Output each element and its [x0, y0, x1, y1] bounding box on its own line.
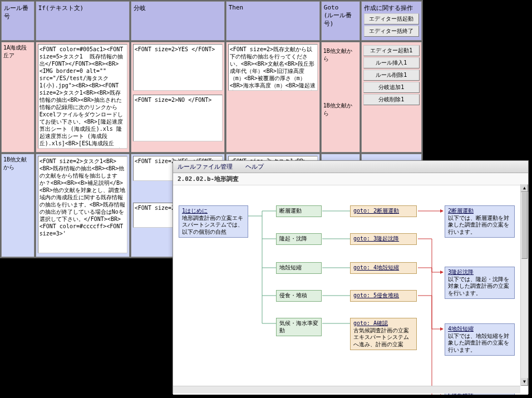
col-ops: 作成に関する操作 エディター括起動 エディター括終了: [361, 1, 422, 41]
editor-start-button[interactable]: エディター起動1: [363, 45, 420, 56]
node-branch[interactable]: 地殻短縮: [276, 262, 322, 274]
rule-insert-button[interactable]: ルール挿入1: [363, 57, 420, 68]
node-goto[interactable]: goto: A確認古気候調査計画の立案エキスパートシステムへ進み、計画の立案: [350, 318, 417, 350]
node-goto[interactable]: goto: 2断層運動: [350, 205, 417, 217]
node-result[interactable]: 3隆起沈降以下では、隆起・沈降を対象した調査計画の立案を行います。: [445, 267, 515, 299]
scroll-thumb[interactable]: [521, 192, 528, 259]
table-row: 1A海成段丘ア 1B他文献から 1B他文献から エディター起動1 ルール挿入1 …: [1, 42, 422, 153]
node-title[interactable]: 1はじめに: [182, 208, 245, 215]
branch-yes-input[interactable]: [133, 44, 223, 91]
col-branch: 分岐: [131, 1, 225, 41]
editor-batch-start-button[interactable]: エディター括起動: [364, 13, 419, 24]
branch-del-button[interactable]: 分岐削除1: [363, 94, 420, 105]
node-goto[interactable]: goto: 3隆起沈降: [350, 233, 417, 245]
col-if: If(テキスト文): [36, 1, 130, 41]
if-text-input[interactable]: [38, 156, 127, 253]
node-branch[interactable]: 断層運動: [276, 205, 322, 217]
scroll-down-icon[interactable]: ▼: [521, 378, 528, 386]
node-goto[interactable]: goto: 5侵食堆積: [350, 290, 417, 302]
node-result[interactable]: 2断層運動以下では、断層運動を対象した調査計画の立案を行います。: [445, 205, 515, 238]
col-then: Then: [226, 1, 320, 41]
node-text: 地形調査計画の立案エキスパートシステムでは、以下の個別の自然: [182, 215, 243, 235]
node-branch[interactable]: 気候・海水準変動: [276, 318, 322, 336]
branch-no-input[interactable]: [133, 95, 223, 141]
horizontal-scrollbar[interactable]: [173, 386, 520, 394]
rule-delete-button[interactable]: ルール削除1: [363, 70, 420, 81]
flowchart-window: ルールファイル管理 ヘルプ 2.02.02.b-地形調査: [173, 160, 529, 394]
menu-file[interactable]: ルールファイル管理: [178, 163, 233, 170]
goto-label: 1B他文献から: [323, 102, 358, 117]
node-branch[interactable]: 隆起・沈降: [276, 233, 322, 245]
editor-batch-end-button[interactable]: エディター括終了: [364, 26, 419, 37]
rule-no-cell: 1A海成段丘ア: [1, 42, 35, 153]
node-goto[interactable]: goto: 4地殻短縮: [350, 262, 417, 274]
node-result[interactable]: 4地殻短縮以下では、地殻短縮を対象した調査計画の立案を行います。: [445, 323, 515, 356]
rule-no-cell: 1B他文献から: [1, 154, 35, 257]
menu-help[interactable]: ヘルプ: [245, 163, 264, 170]
node-branch[interactable]: 侵食・堆積: [276, 290, 322, 302]
then-input[interactable]: [228, 44, 318, 91]
scroll-up-icon[interactable]: ▲: [521, 184, 528, 192]
flowchart-title: 2.02.02.b-地形調査: [173, 173, 528, 185]
branch-add-button[interactable]: 分岐追加1: [363, 82, 420, 93]
menubar: ルールファイル管理 ヘルプ: [173, 161, 528, 173]
if-text-input[interactable]: [38, 44, 127, 149]
node-intro[interactable]: 1はじめに 地形調査計画の立案エキスパートシステムでは、以下の個別の自然: [179, 205, 248, 238]
goto-label: 1B他文献から: [323, 47, 358, 63]
col-goto: Goto (ルール番号): [321, 1, 360, 41]
col-rule-no: ルール番号: [1, 1, 35, 41]
flowchart-canvas[interactable]: 1はじめに 地形調査計画の立案エキスパートシステムでは、以下の個別の自然 断層運…: [173, 185, 528, 395]
vertical-scrollbar[interactable]: ▲ ▼: [520, 184, 528, 386]
